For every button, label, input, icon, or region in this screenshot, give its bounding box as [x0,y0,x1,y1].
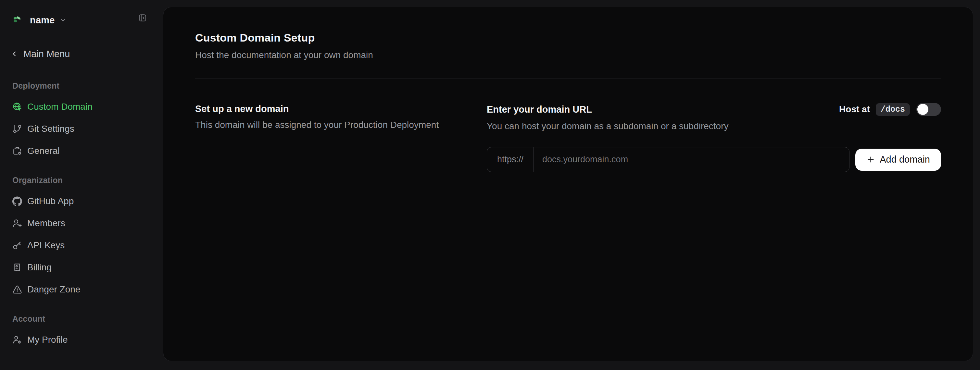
app-window: name Main Menu Deployment [0,0,980,370]
card-header: Custom Domain Setup Host the documentati… [195,7,941,61]
domain-setup-section: Set up a new domain This domain will be … [195,103,941,172]
sidebar-item-general[interactable]: General [12,140,163,162]
url-scheme-prefix: https:// [487,147,534,172]
host-at-toggle[interactable] [916,103,941,116]
domain-input[interactable] [534,147,849,172]
globe-pointer-icon [12,102,22,112]
sidebar-item-label: My Profile [27,335,68,345]
sidebar-section-account: Account My Profile [12,314,163,351]
sidebar-item-label: Danger Zone [27,284,80,295]
sidebar-item-label: Billing [27,262,52,273]
sidebar-item-custom-domain[interactable]: Custom Domain [12,96,163,118]
sidebar-item-label: Custom Domain [27,102,92,112]
sidebar-item-github-app[interactable]: GitHub App [12,190,163,212]
sidebar-item-label: GitHub App [27,196,74,206]
setup-description: This domain will be assigned to your Pro… [195,119,467,131]
mintlify-leaf-icon [12,16,21,25]
docs-path-badge: /docs [876,103,910,116]
section-intro: Set up a new domain This domain will be … [195,103,487,172]
user-gear-icon [12,335,22,345]
add-domain-button[interactable]: Add domain [855,149,941,171]
key-icon [12,240,22,250]
warning-triangle-icon [12,285,22,294]
host-at-label: Host at [839,104,870,114]
receipt-icon [12,262,22,272]
chevron-left-icon [10,50,18,58]
plus-icon [866,155,875,164]
domain-url-description: You can host your domain as a subdomain … [487,121,941,132]
workspace-name: name [30,15,55,25]
sidebar-item-api-keys[interactable]: API Keys [12,234,163,256]
sidebar-section-deployment: Deployment Custom Domain [12,81,163,162]
briefcase-gear-icon [12,146,22,156]
domain-input-row: https:// Add domain [487,147,941,172]
domain-url-heading: Enter your domain URL [487,103,592,115]
sidebar-item-label: Git Settings [27,124,74,134]
panel-collapse-icon [138,14,147,22]
page-subtitle: Host the documentation at your own domai… [195,49,941,61]
sidebar-item-label: General [27,146,60,156]
sidebar-section-organization: Organization GitHub App Members [12,176,163,300]
github-icon [12,196,22,206]
user-plus-icon [12,218,22,228]
sidebar-item-label: API Keys [27,240,65,251]
sidebar-item-my-profile[interactable]: My Profile [12,329,163,351]
git-branch-icon [12,124,22,134]
setup-heading: Set up a new domain [195,103,467,114]
page-title: Custom Domain Setup [195,30,941,45]
sidebar-item-billing[interactable]: Billing [12,256,163,278]
back-to-main-menu[interactable]: Main Menu [10,48,163,60]
domain-url-field: https:// [487,147,850,172]
sidebar-item-git-settings[interactable]: Git Settings [12,118,163,140]
sidebar-item-label: Members [27,218,65,229]
toggle-knob [917,104,928,115]
section-header: Organization [12,176,163,185]
sidebar: name Main Menu Deployment [0,0,163,370]
main-menu-label: Main Menu [23,49,70,59]
chevron-down-icon [59,17,67,24]
host-at-controls: Host at /docs [839,103,941,116]
settings-card: Custom Domain Setup Host the documentati… [163,7,973,361]
domain-form: Enter your domain URL Host at /docs You … [487,103,941,172]
sidebar-item-danger-zone[interactable]: Danger Zone [12,278,163,300]
section-header: Deployment [12,81,163,91]
sidebar-collapse-button[interactable] [138,14,147,22]
sidebar-item-members[interactable]: Members [12,212,163,234]
add-domain-label: Add domain [880,154,930,165]
section-header: Account [12,314,163,324]
